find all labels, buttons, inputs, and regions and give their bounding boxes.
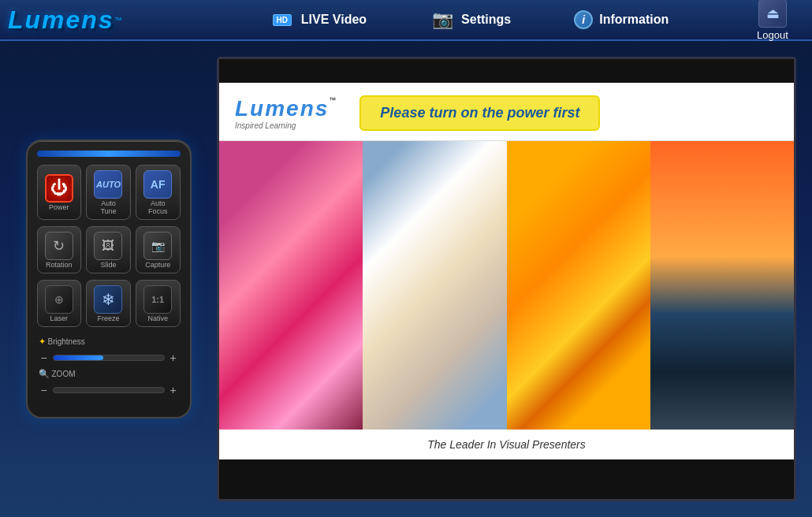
zoom-icon: 🔍 (39, 369, 50, 379)
auto-focus-icon: AF (143, 170, 172, 199)
laser-icon: ⊕ (45, 285, 73, 314)
brightness-fill (54, 355, 103, 360)
logout-label: Logout (757, 29, 788, 41)
brightness-increase-button[interactable]: + (168, 351, 179, 364)
brightness-icon: ✦ (39, 337, 46, 347)
photo-family (363, 141, 506, 430)
information-nav[interactable]: i Information (574, 10, 669, 29)
capture-label: Capture (145, 262, 170, 270)
live-video-label: LIVE Video (301, 13, 367, 27)
splash-logo: Lumens ™ Inspired Learning (235, 96, 336, 130)
auto-tune-icon: AUTO (94, 170, 122, 199)
slide-icon: 🖼 (94, 232, 122, 260)
info-icon: i (574, 10, 593, 29)
rotation-button[interactable]: ↻ Rotation (37, 226, 82, 273)
native-icon: 1:1 (143, 285, 172, 314)
phone-top-bar (37, 151, 181, 157)
logout-icon: ⏏ (758, 0, 787, 28)
zoom-slider[interactable] (53, 387, 165, 393)
logo-area: Lumens™ (8, 6, 197, 35)
native-button[interactable]: 1:1 Native (136, 280, 181, 327)
main-content: ⏻ Power AUTO AutoTune AF AutoFocus ↻ Rot… (0, 41, 812, 517)
brightness-slider[interactable] (53, 355, 165, 361)
top-navigation: Lumens™ HD LIVE Video 📷 Settings i Infor… (0, 0, 812, 41)
freeze-icon: ❄ (94, 285, 122, 314)
live-video-nav[interactable]: HD LIVE Video (270, 10, 367, 29)
lumens-splash: Lumens ™ Inspired Learning Please turn o… (219, 83, 794, 141)
information-label: Information (599, 13, 669, 27)
video-top-bar (219, 59, 794, 83)
settings-nav[interactable]: 📷 Settings (430, 10, 511, 29)
auto-tune-button[interactable]: AUTO AutoTune (86, 165, 131, 220)
camera-settings-icon: 📷 (430, 11, 455, 28)
laser-label: Laser (50, 315, 69, 323)
button-grid-row1: ⏻ Power AUTO AutoTune AF AutoFocus (37, 165, 181, 220)
splash-logo-text: Lumens (235, 96, 329, 121)
capture-icon: 📷 (143, 232, 172, 260)
photo-flowers (219, 141, 363, 430)
freeze-label: Freeze (97, 315, 119, 323)
splash-tagline: Inspired Learning (235, 121, 336, 130)
hd-icon: HD (270, 11, 295, 28)
nav-items: HD LIVE Video 📷 Settings i Information (197, 10, 741, 29)
auto-focus-label: AutoFocus (148, 200, 168, 216)
video-panel: Lumens ™ Inspired Learning Please turn o… (217, 57, 796, 501)
zoom-decrease-button[interactable]: − (39, 384, 50, 396)
phone-panel: ⏻ Power AUTO AutoTune AF AutoFocus ↻ Rot… (16, 57, 201, 501)
zoom-label: 🔍 ZOOM (39, 369, 86, 379)
brand-logo: Lumens (8, 6, 114, 35)
button-grid-row3: ⊕ Laser ❄ Freeze 1:1 Native (37, 280, 181, 327)
laser-button[interactable]: ⊕ Laser (37, 280, 82, 327)
power-icon: ⏻ (45, 174, 73, 203)
settings-label: Settings (461, 13, 511, 27)
bottom-tagline: The Leader In Visual Presenters (427, 438, 586, 451)
slide-label: Slide (100, 262, 116, 270)
photo-sunflower (507, 141, 650, 430)
power-label: Power (49, 204, 69, 212)
button-grid-row2: ↻ Rotation 🖼 Slide 📷 Capture (37, 226, 181, 273)
zoom-label-row: 🔍 ZOOM (39, 369, 179, 379)
video-bottom-bar (219, 459, 794, 499)
slide-button[interactable]: 🖼 Slide (86, 226, 131, 273)
video-content: Lumens ™ Inspired Learning Please turn o… (219, 83, 794, 459)
native-label: Native (147, 315, 168, 323)
photo-strip (219, 141, 794, 430)
power-button[interactable]: ⏻ Power (37, 165, 82, 220)
phone-device: ⏻ Power AUTO AutoTune AF AutoFocus ↻ Rot… (26, 139, 192, 418)
brightness-row: ✦ Brightness (39, 337, 179, 347)
zoom-increase-button[interactable]: + (168, 384, 179, 396)
rotation-icon: ↻ (45, 232, 73, 260)
zoom-control: − + (39, 384, 179, 396)
freeze-button[interactable]: ❄ Freeze (86, 280, 131, 327)
capture-button[interactable]: 📷 Capture (136, 226, 181, 273)
auto-focus-button[interactable]: AF AutoFocus (136, 165, 181, 220)
logout-area[interactable]: ⏏ Logout (741, 0, 804, 41)
rotation-label: Rotation (46, 262, 73, 270)
sliders-section: ✦ Brightness − + 🔍 ZOOM (37, 333, 181, 404)
brightness-decrease-button[interactable]: − (39, 351, 50, 364)
photo-silhouette (650, 141, 794, 430)
brightness-control: − + (39, 351, 179, 364)
auto-tune-label: AutoTune (100, 200, 116, 216)
power-warning: Please turn on the power first (359, 95, 600, 131)
video-bottom-area: The Leader In Visual Presenters (219, 430, 794, 459)
brightness-label: ✦ Brightness (39, 337, 86, 347)
